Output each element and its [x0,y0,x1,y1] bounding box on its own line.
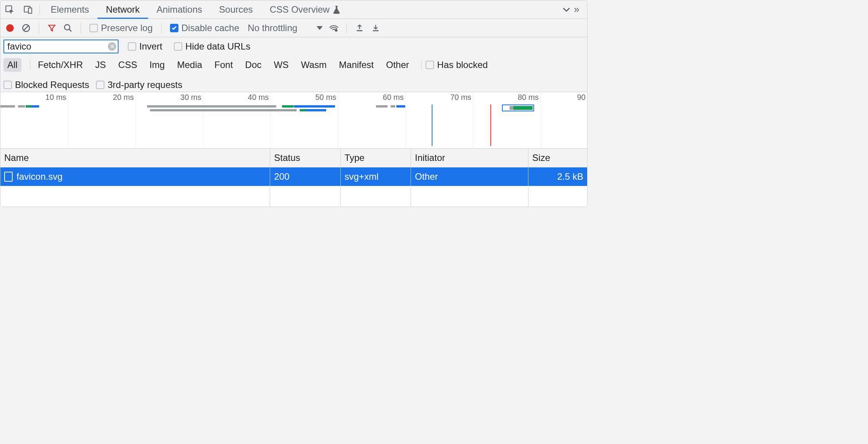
filter-input[interactable] [3,40,119,53]
divider [39,23,39,33]
col-initiator[interactable]: Initiator [411,149,528,167]
svg-line-6 [69,29,71,31]
export-har-button[interactable] [369,22,382,35]
divider [347,23,347,33]
type-chip-img[interactable]: Img [145,58,168,72]
checkbox-icon [3,81,12,89]
svg-rect-2 [28,8,32,13]
network-table: Name Status Type Initiator Size favicon.… [0,149,587,207]
type-chip-fetchxhr[interactable]: Fetch/XHR [34,58,87,72]
col-name[interactable]: Name [0,149,270,167]
throttling-select[interactable]: No throttling [244,23,324,33]
filter-toggle[interactable] [45,22,58,35]
clear-button[interactable] [20,22,33,35]
tab-elements[interactable]: Elements [42,0,97,19]
type-chip-font[interactable]: Font [211,58,237,72]
checkbox-icon [96,81,104,89]
cell-size: 2.5 kB [528,167,587,186]
invert-checkbox[interactable]: Invert [125,41,165,52]
grid-line [338,92,338,148]
third-party-checkbox[interactable]: 3rd-party requests [96,80,182,90]
flask-icon [333,5,340,14]
checkbox-label: Has blocked [437,60,488,70]
type-chip-manifest[interactable]: Manifest [335,58,378,72]
hide-data-urls-checkbox[interactable]: Hide data URLs [172,41,252,52]
preserve-log-checkbox[interactable]: Preserve log [87,23,155,33]
type-chip-js[interactable]: JS [91,58,110,72]
svg-line-4 [24,26,28,30]
grid-line [68,92,68,148]
type-chip-doc[interactable]: Doc [241,58,266,72]
tab-animations[interactable]: Animations [148,0,211,19]
table-row-empty [0,186,587,207]
checkbox-icon [426,61,434,69]
request-type-filter: All Fetch/XHR JS CSS Img Media Font Doc … [0,56,587,92]
type-chip-other[interactable]: Other [382,58,413,72]
checkbox-label: Preserve log [101,23,153,33]
grid-line [135,92,136,148]
tick-label: 40 ms [248,93,270,102]
checkbox-icon [89,24,98,32]
type-chip-wasm[interactable]: Wasm [297,58,330,72]
svg-point-5 [64,25,70,30]
cell-initiator: Other [411,167,528,186]
tick-label: 90 [577,93,587,102]
network-timeline[interactable]: 10 ms 20 ms 30 ms 40 ms 50 ms 60 ms 70 m… [0,92,587,149]
checkbox-icon [174,42,182,51]
grid-line [473,92,473,148]
tab-label: Elements [51,4,89,15]
tab-network[interactable]: Network [97,0,148,19]
search-button[interactable] [61,22,74,35]
tab-css-overview[interactable]: CSS Overview [261,0,349,19]
checkbox-label: Hide data URLs [185,41,250,52]
tab-sources[interactable]: Sources [211,0,261,19]
record-button[interactable] [3,22,17,35]
domcontentloaded-marker [432,104,432,146]
checkbox-label: Disable cache [182,23,239,33]
timeline-events [0,105,587,113]
checkbox-icon [170,24,178,32]
more-tabs-button[interactable]: » [554,0,587,19]
clear-filter-icon[interactable]: ✕ [108,42,116,51]
checkbox-label: 3rd-party requests [107,80,182,90]
tick-label: 50 ms [315,93,338,102]
inspect-element-icon[interactable] [0,0,19,19]
checkbox-label: Invert [139,41,162,52]
disable-cache-checkbox[interactable]: Disable cache [168,23,242,33]
svg-rect-9 [373,30,379,31]
filter-bar: ✕ Invert Hide data URLs [0,37,587,56]
table-row[interactable]: favicon.svg 200 svg+xml Other 2.5 kB [0,167,587,186]
request-name: favicon.svg [17,171,63,182]
blocked-requests-checkbox[interactable]: Blocked Requests [3,80,89,90]
chevrons-right-icon: » [574,3,579,15]
checkbox-icon [128,42,136,51]
timeline-ruler: 10 ms 20 ms 30 ms 40 ms 50 ms 60 ms 70 m… [0,92,587,103]
tick-label: 20 ms [113,93,135,102]
type-chip-ws[interactable]: WS [270,58,293,72]
timeline-selection[interactable] [502,104,534,111]
col-type[interactable]: Type [341,149,411,167]
tab-label: Animations [157,4,202,15]
divider [40,4,40,15]
devtools-tab-strip: Elements Network Animations Sources CSS … [0,0,587,19]
has-blocked-checkbox[interactable]: Has blocked [426,60,488,70]
svg-point-7 [335,29,337,31]
cell-type: svg+xml [341,167,411,186]
chevron-down-icon [317,26,323,30]
type-chip-css[interactable]: CSS [114,58,141,72]
record-icon [6,24,14,32]
type-chip-media[interactable]: Media [173,58,206,72]
col-size[interactable]: Size [528,149,587,167]
throttling-value: No throttling [248,23,297,33]
tick-label: 10 ms [45,93,68,102]
device-toolbar-icon[interactable] [19,0,37,19]
type-chip-all[interactable]: All [3,58,21,72]
divider [161,23,162,33]
file-icon [4,172,13,182]
network-conditions-button[interactable] [327,22,340,35]
divider [421,60,422,70]
import-har-button[interactable] [353,22,366,35]
tab-label: Sources [219,4,253,15]
load-marker [490,104,491,146]
col-status[interactable]: Status [270,149,340,167]
